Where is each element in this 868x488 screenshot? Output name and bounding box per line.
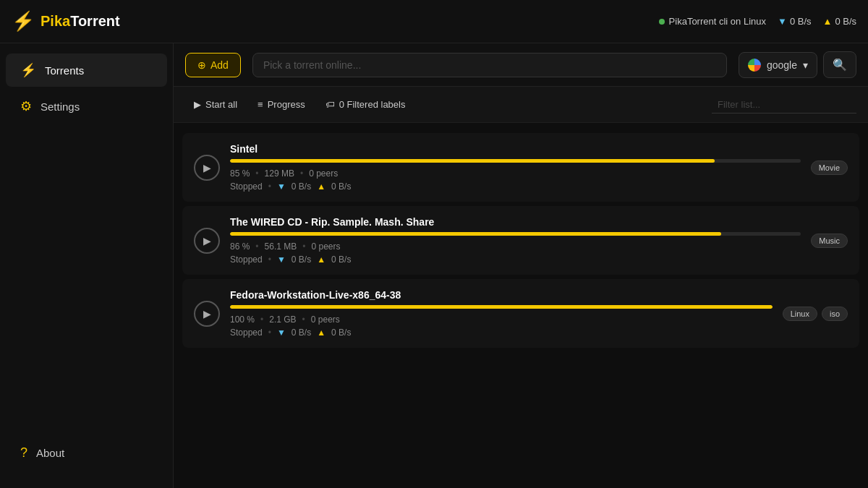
download-speed-value: 0 B/s bbox=[790, 16, 812, 27]
sidebar-item-torrents[interactable]: ⚡ Torrents bbox=[6, 53, 167, 87]
search-magnifier-icon: 🔍 bbox=[833, 59, 847, 71]
lightning-icon: ⚡ bbox=[12, 10, 35, 33]
torrent-item[interactable]: ▶ The WIRED CD - Rip. Sample. Mash. Shar… bbox=[182, 206, 859, 275]
up-arrow-icon: ▲ bbox=[317, 181, 326, 192]
search-button[interactable]: 🔍 bbox=[823, 51, 856, 78]
torrent-info: The WIRED CD - Rip. Sample. Mash. Share … bbox=[230, 216, 801, 265]
torrent-upload: 0 B/s bbox=[331, 254, 351, 265]
logo: ⚡ PikaTorrent bbox=[12, 10, 120, 33]
torrent-meta: 85 % • 129 MB • 0 peers bbox=[230, 168, 801, 179]
torrent-peers: 0 peers bbox=[309, 168, 338, 179]
header: ⚡ PikaTorrent PikaTorrent cli on Linux ▼… bbox=[0, 0, 868, 43]
filter-input[interactable] bbox=[712, 96, 856, 114]
search-engine-label: google bbox=[767, 59, 797, 71]
header-status-area: PikaTorrent cli on Linux ▼ 0 B/s ▲ 0 B/s bbox=[659, 16, 856, 27]
status-text: PikaTorrent cli on Linux bbox=[669, 16, 766, 27]
torrent-item[interactable]: ▶ Sintel 85 % • 129 MB • 0 peers Stopped… bbox=[182, 133, 859, 202]
list-toolbar: ▶ Start all ≡ Progress 🏷 0 Filtered labe… bbox=[174, 87, 868, 123]
upload-arrow-icon: ▲ bbox=[823, 16, 833, 27]
play-all-icon: ▶ bbox=[194, 99, 201, 110]
start-all-button[interactable]: ▶ Start all bbox=[185, 95, 246, 114]
torrent-progress-pct: 85 % bbox=[230, 168, 250, 179]
up-arrow-icon: ▲ bbox=[317, 254, 326, 265]
sort-icon: ≡ bbox=[258, 99, 263, 110]
torrent-status-meta: Stopped • ▼ 0 B/s ▲ 0 B/s bbox=[230, 328, 773, 338]
torrent-size: 56.1 MB bbox=[265, 241, 297, 252]
torrent-info: Sintel 85 % • 129 MB • 0 peers Stopped •… bbox=[230, 143, 801, 192]
logo-torrent: Torrent bbox=[70, 13, 120, 29]
torrent-progress-pct: 100 % bbox=[230, 314, 255, 325]
down-arrow-icon: ▼ bbox=[277, 181, 286, 192]
label-icon: 🏷 bbox=[326, 99, 335, 110]
torrent-tags: Linuxiso bbox=[783, 307, 848, 321]
torrent-name: Fedora-Workstation-Live-x86_64-38 bbox=[230, 289, 773, 301]
chevron-down-icon: ▾ bbox=[803, 59, 808, 71]
tag: Linux bbox=[783, 307, 817, 321]
torrent-list: ▶ Sintel 85 % • 129 MB • 0 peers Stopped… bbox=[174, 123, 868, 488]
sidebar-torrents-label: Torrents bbox=[45, 64, 84, 77]
progress-bar-fill bbox=[230, 232, 721, 236]
torrent-item[interactable]: ▶ Fedora-Workstation-Live-x86_64-38 100 … bbox=[182, 279, 859, 348]
lightning-sidebar-icon: ⚡ bbox=[20, 62, 36, 78]
torrent-status: Stopped bbox=[230, 254, 263, 265]
torrent-info: Fedora-Workstation-Live-x86_64-38 100 % … bbox=[230, 289, 773, 338]
sidebar-settings-label: Settings bbox=[41, 100, 80, 113]
torrent-size: 129 MB bbox=[265, 168, 294, 179]
connection-status: PikaTorrent cli on Linux bbox=[659, 16, 766, 27]
torrent-status-meta: Stopped • ▼ 0 B/s ▲ 0 B/s bbox=[230, 181, 801, 192]
down-arrow-icon: ▼ bbox=[277, 328, 286, 338]
up-arrow-icon: ▲ bbox=[317, 328, 326, 338]
torrent-status: Stopped bbox=[230, 328, 263, 338]
sidebar-item-about[interactable]: ? About bbox=[6, 437, 167, 469]
search-engine-selector[interactable]: google ▾ bbox=[739, 52, 817, 78]
status-dot bbox=[659, 19, 665, 25]
progress-bar-fill bbox=[230, 305, 773, 309]
upload-speed: ▲ 0 B/s bbox=[823, 16, 857, 27]
content-area: ⊕ Add google ▾ 🔍 ▶ Start all ≡ Progress bbox=[174, 43, 868, 488]
download-arrow-icon: ▼ bbox=[778, 16, 787, 27]
play-button[interactable]: ▶ bbox=[194, 155, 220, 181]
progress-label: Progress bbox=[268, 99, 305, 110]
torrent-tags: Movie bbox=[811, 160, 848, 175]
torrent-meta: 100 % • 2.1 GB • 0 peers bbox=[230, 314, 773, 325]
play-button[interactable]: ▶ bbox=[194, 228, 220, 254]
tag: Movie bbox=[811, 160, 848, 175]
add-button[interactable]: ⊕ Add bbox=[185, 53, 241, 77]
torrent-upload: 0 B/s bbox=[331, 181, 351, 192]
add-label: Add bbox=[210, 59, 229, 71]
filtered-labels-button[interactable]: 🏷 0 Filtered labels bbox=[317, 95, 414, 114]
progress-bar-fill bbox=[230, 159, 715, 163]
torrent-name: Sintel bbox=[230, 143, 801, 155]
progress-button[interactable]: ≡ Progress bbox=[249, 95, 314, 114]
torrent-status: Stopped bbox=[230, 181, 263, 192]
start-all-label: Start all bbox=[205, 99, 237, 110]
search-input[interactable] bbox=[252, 53, 727, 77]
download-speed: ▼ 0 B/s bbox=[778, 16, 812, 27]
upload-speed-value: 0 B/s bbox=[835, 16, 856, 27]
progress-bar-bg bbox=[230, 232, 801, 236]
torrent-progress-pct: 86 % bbox=[230, 241, 250, 252]
sidebar-item-settings[interactable]: ⚙ Settings bbox=[6, 90, 167, 123]
torrent-download: 0 B/s bbox=[292, 254, 311, 265]
play-button[interactable]: ▶ bbox=[194, 301, 220, 327]
logo-pika: Pika bbox=[41, 13, 70, 29]
sidebar: ⚡ Torrents ⚙ Settings ? About bbox=[0, 43, 174, 488]
tag: iso bbox=[822, 307, 848, 321]
progress-bar-bg bbox=[230, 159, 801, 163]
torrent-name: The WIRED CD - Rip. Sample. Mash. Share bbox=[230, 216, 801, 228]
main-layout: ⚡ Torrents ⚙ Settings ? About ⊕ Add goog… bbox=[0, 43, 868, 488]
torrent-upload: 0 B/s bbox=[331, 328, 351, 338]
sidebar-bottom: ? About bbox=[0, 435, 173, 479]
torrent-peers: 0 peers bbox=[311, 314, 340, 325]
top-toolbar: ⊕ Add google ▾ 🔍 bbox=[174, 43, 868, 87]
down-arrow-icon: ▼ bbox=[277, 254, 286, 265]
gear-icon: ⚙ bbox=[20, 98, 32, 114]
torrent-download: 0 B/s bbox=[292, 181, 311, 192]
torrent-peers: 0 peers bbox=[311, 241, 340, 252]
help-icon: ? bbox=[20, 445, 27, 461]
torrent-download: 0 B/s bbox=[292, 328, 311, 338]
torrent-tags: Music bbox=[811, 234, 848, 248]
google-icon bbox=[748, 59, 761, 72]
torrent-status-meta: Stopped • ▼ 0 B/s ▲ 0 B/s bbox=[230, 254, 801, 265]
torrent-size: 2.1 GB bbox=[269, 314, 296, 325]
